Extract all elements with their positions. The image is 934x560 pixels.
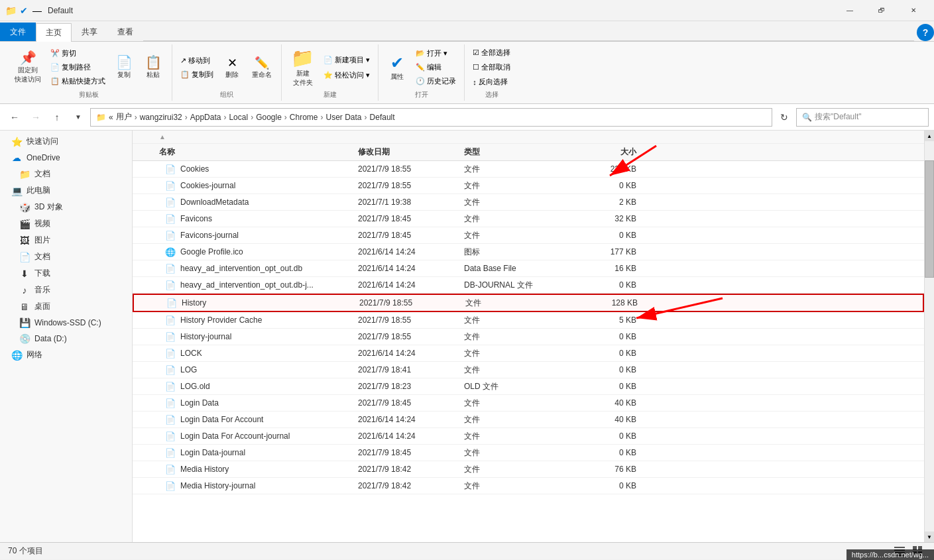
- sidebar-item-documents[interactable]: 📄 文档: [0, 249, 132, 265]
- file-row[interactable]: 📄LOG 2021/7/9 18:41 文件 0 KB: [133, 362, 924, 378]
- title-bar: 📁 ✔ — Default — 🗗 ✕: [0, 0, 934, 21]
- sidebar-label-pictures: 图片: [34, 235, 50, 246]
- file-row[interactable]: 📄Media History-journal 2021/7/9 18:42 文件…: [133, 478, 924, 494]
- file-icon: 📄: [164, 163, 176, 175]
- rename-button[interactable]: ✏️ 重命名: [248, 54, 276, 81]
- move-to-button[interactable]: ↗ 移动到: [178, 54, 216, 67]
- file-row[interactable]: 📄Login Data For Account 2021/6/14 14:24 …: [133, 412, 924, 428]
- copy-button[interactable]: 📄 复制: [111, 54, 137, 81]
- new-item-button[interactable]: 📄 新建项目 ▾: [321, 54, 373, 66]
- scroll-down-button[interactable]: ▼: [925, 532, 934, 542]
- address-path[interactable]: 📁 « 用户 › wangzirui32 › AppData › Local ›…: [90, 108, 772, 127]
- file-name: Cookies: [180, 164, 358, 174]
- scroll-thumb[interactable]: [925, 160, 934, 278]
- tab-home[interactable]: 主页: [36, 23, 72, 42]
- tab-view[interactable]: 查看: [107, 23, 143, 41]
- pin-quick-access-button[interactable]: 📌 固定到快速访问: [11, 50, 45, 85]
- copy-to-button[interactable]: 📋 复制到: [178, 68, 216, 81]
- sidebar-item-d-drive[interactable]: 💿 Data (D:): [0, 331, 132, 347]
- file-row-media-history[interactable]: 📄Media History 2021/7/9 18:42 文件 76 KB: [133, 461, 924, 478]
- file-row[interactable]: 📄Favicons-journal 2021/7/9 18:45 文件 0 KB: [133, 227, 924, 244]
- sidebar-label-music: 音乐: [34, 284, 50, 296]
- paste-button[interactable]: 📋 粘贴: [140, 54, 166, 81]
- sidebar-item-desktop[interactable]: 🖥 桌面: [0, 298, 132, 315]
- cut-button[interactable]: ✂️ 剪切: [48, 47, 108, 60]
- header-type[interactable]: 类型: [464, 146, 583, 158]
- scrollbar[interactable]: ▲ ▼: [924, 131, 934, 542]
- delete-button[interactable]: ✕ 删除: [219, 54, 245, 81]
- file-row[interactable]: 📄DownloadMetadata 2021/7/1 19:38 文件 2 KB: [133, 194, 924, 211]
- edit-button[interactable]: ✏️ 编辑: [413, 61, 459, 74]
- file-row[interactable]: 📄heavy_ad_intervention_opt_out.db 2021/6…: [133, 260, 924, 277]
- restore-button[interactable]: 🗗: [866, 0, 897, 21]
- new-folder-button[interactable]: 📁 新建文件夹: [287, 46, 318, 89]
- file-row[interactable]: 📄LOG.old 2021/7/9 18:23 OLD 文件 0 KB: [133, 378, 924, 395]
- sidebar-item-music[interactable]: ♪ 音乐: [0, 282, 132, 298]
- forward-button[interactable]: →: [27, 108, 45, 127]
- sidebar-item-3d[interactable]: 🎲 3D 对象: [0, 199, 132, 215]
- easy-access-button[interactable]: ⭐ 轻松访问 ▾: [321, 69, 373, 82]
- back-button[interactable]: ←: [5, 108, 24, 127]
- paste-shortcut-label: 粘贴快捷方式: [62, 76, 105, 86]
- help-button[interactable]: ?: [917, 24, 934, 41]
- deselect-all-button[interactable]: ☐ 全部取消: [470, 61, 513, 74]
- sidebar-item-video[interactable]: 🎬 视频: [0, 215, 132, 232]
- file-size: 0 KB: [583, 349, 650, 358]
- properties-button[interactable]: ✔ 属性: [384, 52, 410, 83]
- sidebar-item-quick-access[interactable]: ⭐ 快速访问: [0, 133, 132, 150]
- file-row[interactable]: 📄Favicons 2021/7/9 18:45 文件 32 KB: [133, 211, 924, 227]
- refresh-button[interactable]: ↻: [775, 108, 793, 127]
- file-date: 2021/7/9 18:45: [358, 214, 464, 223]
- file-row[interactable]: 📄Login Data-journal 2021/7/9 18:45 文件 0 …: [133, 445, 924, 461]
- file-icon: 📄: [164, 180, 176, 192]
- up-button[interactable]: ↑: [48, 108, 66, 127]
- history-button[interactable]: 🕐 历史记录: [413, 75, 459, 87]
- select-all-button[interactable]: ☑ 全部选择: [470, 46, 513, 59]
- file-row-history[interactable]: 📄History 2021/7/9 18:55 文件 128 KB: [133, 294, 924, 312]
- file-row[interactable]: 📄LOCK 2021/6/14 14:24 文件 0 KB: [133, 345, 924, 362]
- sidebar-item-c-drive[interactable]: 💾 Windows-SSD (C:): [0, 315, 132, 331]
- file-icon: 📄: [164, 480, 176, 492]
- minimize-button[interactable]: —: [835, 0, 865, 21]
- file-name: LOG.old: [180, 382, 358, 391]
- file-row[interactable]: 🌐Google Profile.ico 2021/6/14 14:24 图标 1…: [133, 244, 924, 260]
- file-row[interactable]: 📄History-journal 2021/7/9 18:55 文件 0 KB: [133, 329, 924, 345]
- sidebar-item-downloads[interactable]: ⬇ 下载: [0, 265, 132, 282]
- sidebar-item-docs[interactable]: 📁 文档: [0, 166, 132, 182]
- sidebar-item-pictures[interactable]: 🖼 图片: [0, 232, 132, 249]
- file-row[interactable]: 📄Cookies-journal 2021/7/9 18:55 文件 0 KB: [133, 178, 924, 194]
- file-name: LOG: [180, 365, 358, 374]
- recent-locations-button[interactable]: ▼: [69, 108, 88, 127]
- sidebar-item-this-pc[interactable]: 💻 此电脑: [0, 182, 132, 199]
- file-row[interactable]: 📄heavy_ad_intervention_opt_out.db-j... 2…: [133, 277, 924, 294]
- file-row[interactable]: 📄Login Data For Account-journal 2021/6/1…: [133, 428, 924, 445]
- file-icon: 📄: [164, 430, 176, 442]
- copy-path-button[interactable]: 📄 复制路径: [48, 61, 108, 74]
- delete-label: 删除: [225, 70, 239, 80]
- file-row[interactable]: 📄Login Data 2021/7/9 18:45 文件 40 KB: [133, 395, 924, 412]
- header-name[interactable]: 名称: [133, 146, 358, 158]
- scroll-up-button[interactable]: ▲: [925, 131, 934, 141]
- search-box[interactable]: 🔍 搜索"Default": [796, 108, 929, 127]
- close-button[interactable]: ✕: [898, 0, 929, 21]
- file-icon: 📄: [164, 196, 176, 208]
- select-buttons: ☑ 全部选择 ☐ 全部取消 ↕ 反向选择: [470, 46, 513, 89]
- sidebar-item-network[interactable]: 🌐 网络: [0, 347, 132, 363]
- scroll-track: [925, 141, 934, 532]
- file-type: 文件: [464, 398, 583, 409]
- file-name: Login Data For Account-journal: [180, 431, 358, 441]
- file-list[interactable]: ▲ 名称 修改日期 类型 大小 📄Cookies 2021/7/9 18:55 …: [133, 131, 924, 542]
- edit-label: ✏️ 编辑: [416, 62, 441, 72]
- header-size[interactable]: 大小: [583, 146, 650, 158]
- open-button[interactable]: 📂 打开 ▾: [413, 47, 459, 60]
- header-date[interactable]: 修改日期: [358, 146, 464, 158]
- paste-shortcut-button[interactable]: 📋 粘贴快捷方式: [48, 75, 108, 87]
- file-icon: 📄: [164, 314, 176, 326]
- file-row[interactable]: 📄History Provider Cache 2021/7/9 18:55 文…: [133, 312, 924, 329]
- sidebar-item-onedrive[interactable]: ☁ OneDrive: [0, 150, 132, 166]
- tab-share[interactable]: 共享: [72, 23, 107, 41]
- ribbon-group-open: ✔ 属性 📂 打开 ▾ ✏️ 编辑 🕐 历史记录 打开: [379, 44, 465, 101]
- invert-selection-button[interactable]: ↕ 反向选择: [470, 76, 513, 88]
- tab-file[interactable]: 文件: [0, 23, 36, 41]
- file-row[interactable]: 📄Cookies 2021/7/9 18:55 文件 224 KB: [133, 161, 924, 178]
